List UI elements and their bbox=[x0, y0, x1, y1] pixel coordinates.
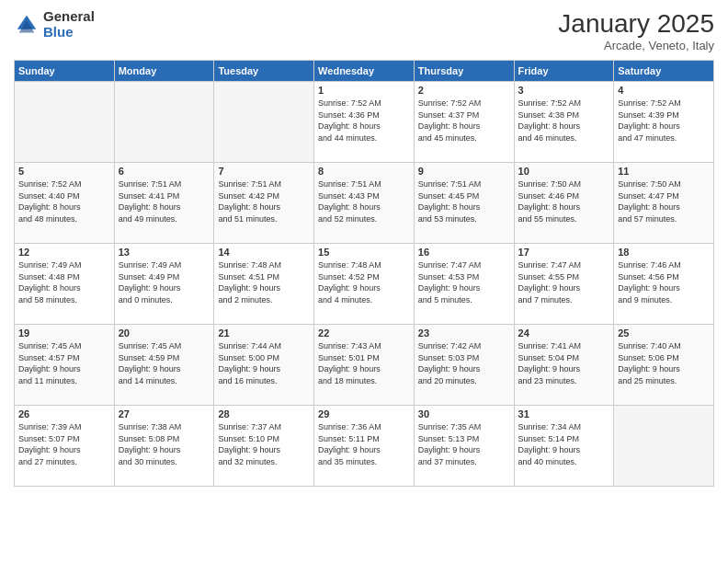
day-number: 4 bbox=[618, 85, 710, 96]
calendar-cell: 29Sunrise: 7:36 AM Sunset: 5:11 PM Dayli… bbox=[314, 406, 415, 487]
day-number: 12 bbox=[18, 247, 110, 258]
col-saturday: Saturday bbox=[614, 61, 714, 82]
day-info: Sunrise: 7:35 AM Sunset: 5:13 PM Dayligh… bbox=[418, 421, 510, 467]
day-info: Sunrise: 7:42 AM Sunset: 5:03 PM Dayligh… bbox=[418, 340, 510, 386]
day-number: 29 bbox=[318, 408, 410, 419]
calendar-cell: 3Sunrise: 7:52 AM Sunset: 4:38 PM Daylig… bbox=[514, 82, 614, 163]
calendar-cell: 27Sunrise: 7:38 AM Sunset: 5:08 PM Dayli… bbox=[114, 406, 214, 487]
day-info: Sunrise: 7:48 AM Sunset: 4:51 PM Dayligh… bbox=[218, 259, 310, 305]
calendar-cell: 8Sunrise: 7:51 AM Sunset: 4:43 PM Daylig… bbox=[314, 163, 415, 244]
month-title: January 2025 bbox=[558, 9, 714, 39]
day-number: 11 bbox=[618, 166, 710, 177]
day-info: Sunrise: 7:38 AM Sunset: 5:08 PM Dayligh… bbox=[119, 421, 210, 467]
day-number: 15 bbox=[318, 247, 410, 258]
day-number: 27 bbox=[119, 408, 210, 419]
day-info: Sunrise: 7:49 AM Sunset: 4:48 PM Dayligh… bbox=[18, 259, 110, 305]
day-number: 22 bbox=[318, 327, 410, 339]
day-number: 3 bbox=[518, 85, 610, 96]
calendar-body: 1Sunrise: 7:52 AM Sunset: 4:36 PM Daylig… bbox=[15, 82, 714, 487]
day-info: Sunrise: 7:51 AM Sunset: 4:43 PM Dayligh… bbox=[318, 178, 410, 224]
day-info: Sunrise: 7:48 AM Sunset: 4:52 PM Dayligh… bbox=[318, 259, 410, 305]
day-number: 1 bbox=[318, 85, 410, 96]
day-info: Sunrise: 7:52 AM Sunset: 4:38 PM Dayligh… bbox=[518, 98, 610, 144]
calendar-cell: 21Sunrise: 7:44 AM Sunset: 5:00 PM Dayli… bbox=[214, 325, 314, 406]
header: General Blue January 2025 Arcade, Veneto… bbox=[14, 9, 714, 52]
day-number: 21 bbox=[218, 327, 310, 339]
calendar-cell: 9Sunrise: 7:51 AM Sunset: 4:45 PM Daylig… bbox=[414, 163, 514, 244]
day-info: Sunrise: 7:49 AM Sunset: 4:49 PM Dayligh… bbox=[119, 259, 210, 305]
calendar-cell bbox=[614, 406, 714, 487]
day-info: Sunrise: 7:39 AM Sunset: 5:07 PM Dayligh… bbox=[18, 421, 110, 467]
calendar-week-1: 1Sunrise: 7:52 AM Sunset: 4:36 PM Daylig… bbox=[15, 82, 714, 163]
day-number: 24 bbox=[518, 327, 610, 339]
logo-blue: Blue bbox=[43, 25, 95, 40]
calendar-cell: 17Sunrise: 7:47 AM Sunset: 4:55 PM Dayli… bbox=[514, 244, 614, 325]
calendar-cell: 20Sunrise: 7:45 AM Sunset: 4:59 PM Dayli… bbox=[114, 325, 214, 406]
calendar-table: Sunday Monday Tuesday Wednesday Thursday… bbox=[14, 60, 714, 487]
calendar-cell: 30Sunrise: 7:35 AM Sunset: 5:13 PM Dayli… bbox=[414, 406, 514, 487]
day-number: 6 bbox=[119, 166, 210, 177]
day-number: 16 bbox=[418, 247, 510, 258]
day-number: 18 bbox=[618, 247, 710, 258]
day-number: 10 bbox=[518, 166, 610, 177]
calendar-cell: 16Sunrise: 7:47 AM Sunset: 4:53 PM Dayli… bbox=[414, 244, 514, 325]
day-info: Sunrise: 7:36 AM Sunset: 5:11 PM Dayligh… bbox=[318, 421, 410, 467]
day-number: 26 bbox=[18, 408, 110, 419]
day-number: 30 bbox=[418, 408, 510, 419]
col-wednesday: Wednesday bbox=[314, 61, 415, 82]
day-info: Sunrise: 7:43 AM Sunset: 5:01 PM Dayligh… bbox=[318, 340, 410, 386]
logo: General Blue bbox=[14, 9, 95, 40]
page: General Blue January 2025 Arcade, Veneto… bbox=[0, 0, 728, 563]
calendar-cell: 7Sunrise: 7:51 AM Sunset: 4:42 PM Daylig… bbox=[214, 163, 314, 244]
day-info: Sunrise: 7:50 AM Sunset: 4:46 PM Dayligh… bbox=[518, 178, 610, 224]
day-info: Sunrise: 7:47 AM Sunset: 4:55 PM Dayligh… bbox=[518, 259, 610, 305]
day-info: Sunrise: 7:44 AM Sunset: 5:00 PM Dayligh… bbox=[218, 340, 310, 386]
day-info: Sunrise: 7:47 AM Sunset: 4:53 PM Dayligh… bbox=[418, 259, 510, 305]
day-info: Sunrise: 7:37 AM Sunset: 5:10 PM Dayligh… bbox=[218, 421, 310, 467]
calendar-cell: 11Sunrise: 7:50 AM Sunset: 4:47 PM Dayli… bbox=[614, 163, 714, 244]
calendar-cell: 2Sunrise: 7:52 AM Sunset: 4:37 PM Daylig… bbox=[414, 82, 514, 163]
col-sunday: Sunday bbox=[15, 61, 115, 82]
day-number: 23 bbox=[418, 327, 510, 339]
col-tuesday: Tuesday bbox=[214, 61, 314, 82]
calendar-cell: 14Sunrise: 7:48 AM Sunset: 4:51 PM Dayli… bbox=[214, 244, 314, 325]
calendar-cell: 15Sunrise: 7:48 AM Sunset: 4:52 PM Dayli… bbox=[314, 244, 415, 325]
calendar-week-3: 12Sunrise: 7:49 AM Sunset: 4:48 PM Dayli… bbox=[15, 244, 714, 325]
location-subtitle: Arcade, Veneto, Italy bbox=[558, 39, 714, 52]
calendar-cell: 4Sunrise: 7:52 AM Sunset: 4:39 PM Daylig… bbox=[614, 82, 714, 163]
calendar-cell: 5Sunrise: 7:52 AM Sunset: 4:40 PM Daylig… bbox=[15, 163, 115, 244]
calendar-week-5: 26Sunrise: 7:39 AM Sunset: 5:07 PM Dayli… bbox=[15, 406, 714, 487]
calendar-cell: 25Sunrise: 7:40 AM Sunset: 5:06 PM Dayli… bbox=[614, 325, 714, 406]
day-number: 13 bbox=[119, 247, 210, 258]
day-number: 14 bbox=[218, 247, 310, 258]
day-info: Sunrise: 7:40 AM Sunset: 5:06 PM Dayligh… bbox=[618, 340, 710, 386]
day-number: 17 bbox=[518, 247, 610, 258]
calendar-week-2: 5Sunrise: 7:52 AM Sunset: 4:40 PM Daylig… bbox=[15, 163, 714, 244]
logo-general: General bbox=[43, 9, 95, 25]
day-number: 9 bbox=[418, 166, 510, 177]
day-info: Sunrise: 7:52 AM Sunset: 4:37 PM Dayligh… bbox=[418, 98, 510, 144]
day-number: 2 bbox=[418, 85, 510, 96]
col-thursday: Thursday bbox=[414, 61, 514, 82]
day-number: 20 bbox=[119, 327, 210, 339]
calendar-week-4: 19Sunrise: 7:45 AM Sunset: 4:57 PM Dayli… bbox=[15, 325, 714, 406]
day-info: Sunrise: 7:45 AM Sunset: 4:57 PM Dayligh… bbox=[18, 340, 110, 386]
day-info: Sunrise: 7:51 AM Sunset: 4:41 PM Dayligh… bbox=[119, 178, 210, 224]
calendar-cell bbox=[214, 82, 314, 163]
day-number: 7 bbox=[218, 166, 310, 177]
day-info: Sunrise: 7:34 AM Sunset: 5:14 PM Dayligh… bbox=[518, 421, 610, 467]
calendar-cell: 12Sunrise: 7:49 AM Sunset: 4:48 PM Dayli… bbox=[15, 244, 115, 325]
col-monday: Monday bbox=[114, 61, 214, 82]
logo-icon bbox=[14, 12, 40, 38]
calendar-cell: 23Sunrise: 7:42 AM Sunset: 5:03 PM Dayli… bbox=[414, 325, 514, 406]
calendar-cell: 24Sunrise: 7:41 AM Sunset: 5:04 PM Dayli… bbox=[514, 325, 614, 406]
calendar-cell: 22Sunrise: 7:43 AM Sunset: 5:01 PM Dayli… bbox=[314, 325, 415, 406]
calendar-cell: 1Sunrise: 7:52 AM Sunset: 4:36 PM Daylig… bbox=[314, 82, 415, 163]
day-number: 28 bbox=[218, 408, 310, 419]
day-info: Sunrise: 7:52 AM Sunset: 4:36 PM Dayligh… bbox=[318, 98, 410, 144]
calendar-cell: 18Sunrise: 7:46 AM Sunset: 4:56 PM Dayli… bbox=[614, 244, 714, 325]
day-info: Sunrise: 7:52 AM Sunset: 4:39 PM Dayligh… bbox=[618, 98, 710, 144]
calendar-cell bbox=[114, 82, 214, 163]
col-friday: Friday bbox=[514, 61, 614, 82]
header-row: Sunday Monday Tuesday Wednesday Thursday… bbox=[15, 61, 714, 82]
